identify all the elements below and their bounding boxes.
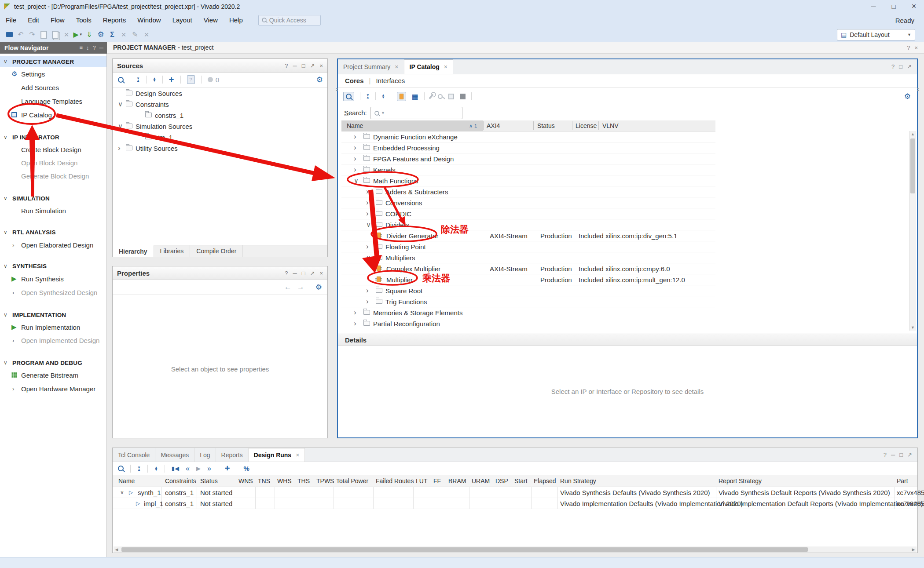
sidebar-item-open-elaborated-design[interactable]: › Open Elaborated Design [0, 240, 107, 250]
tree-row-design-sources[interactable]: Design Sources [113, 87, 327, 98]
sidebar-section-project-manager[interactable]: ∨ PROJECT MANAGER [0, 56, 107, 67]
chevron-right-icon[interactable] [354, 143, 356, 152]
menu-reports[interactable]: Reports [97, 16, 132, 24]
close-panel-icon[interactable] [319, 62, 323, 69]
minimize-panel-icon[interactable] [293, 62, 297, 69]
sidebar-item-generate-bitstream[interactable]: Generate Bitstream [0, 370, 107, 380]
expand-all-icon[interactable]: ▲▼ [154, 466, 158, 471]
column-vlnv[interactable]: VLNV [602, 122, 619, 129]
settings-gear-icon[interactable]: ⚙ [95, 29, 106, 40]
ip-tree-row[interactable]: CORDIC [341, 208, 715, 219]
ip-tree-row[interactable]: Floating Point [341, 241, 715, 252]
column-whs[interactable]: WHS [277, 477, 292, 484]
chevron-right-icon[interactable] [366, 242, 369, 251]
menu-layout[interactable]: Layout [167, 16, 198, 24]
expand-all-icon[interactable]: ▲▼ [381, 94, 385, 98]
column-name[interactable]: Name [118, 477, 135, 484]
chevron-right-icon[interactable] [366, 198, 369, 207]
expand-collapse-icon[interactable]: ↕ [86, 44, 89, 51]
copy-icon[interactable] [38, 29, 49, 40]
tab-libraries[interactable]: Libraries [154, 245, 191, 257]
view-interfaces[interactable]: Interfaces [376, 77, 405, 84]
ip-tree-row-multiplier[interactable]: Multiplier Production Included xilinx.co… [341, 274, 715, 285]
tab-hierarchy[interactable]: Hierarchy [113, 245, 154, 257]
ip-tree-row[interactable]: Conversions [341, 197, 715, 208]
help-icon[interactable] [884, 451, 887, 458]
chevron-down-icon[interactable] [366, 254, 371, 262]
menu-view[interactable]: View [198, 16, 224, 24]
chevron-right-icon[interactable] [354, 165, 356, 174]
column-tpws[interactable]: TPWS [316, 477, 334, 484]
percent-icon[interactable]: % [244, 465, 249, 472]
sigma-report-icon[interactable]: Σ [106, 29, 118, 40]
float-panel-icon[interactable] [907, 63, 912, 70]
step-icon[interactable]: ⇓ [84, 29, 95, 40]
tree-row-constraints[interactable]: ∨ Constraints [113, 98, 327, 109]
column-failed-routes[interactable]: Failed Routes [376, 477, 414, 484]
scroll-down-icon[interactable]: ▼ [909, 324, 916, 331]
window-close-button[interactable] [904, 0, 924, 13]
tree-row-utility-sources[interactable]: Utility Sources [113, 142, 327, 153]
ip-tree-row-math-functions[interactable]: Math Functions [341, 175, 715, 186]
chevron-down-icon[interactable] [354, 177, 359, 185]
chevron-right-icon[interactable]: › [12, 386, 14, 392]
ip-tree-row[interactable]: Adders & Subtracters [341, 186, 715, 197]
minimize-panel-icon[interactable]: ─ [99, 44, 103, 51]
column-uram[interactable]: URAM [472, 477, 490, 484]
ip-tree-row-dividers[interactable]: Dividers [341, 219, 715, 230]
close-tab-icon[interactable]: × [296, 451, 299, 459]
sidebar-item-open-hardware-manager[interactable]: › Open Hardware Manager [0, 383, 107, 394]
sidebar-item-settings[interactable]: ⚙ Settings [0, 69, 107, 79]
help-icon[interactable]: ? [93, 44, 96, 51]
tab-project-summary[interactable]: Project Summary × [338, 59, 404, 74]
menu-edit[interactable]: Edit [22, 16, 45, 24]
redo-icon[interactable]: ↷ [26, 29, 38, 40]
chevron-right-icon[interactable] [366, 297, 369, 306]
create-run-icon[interactable]: + [225, 463, 230, 473]
column-elapsed[interactable]: Elapsed [534, 477, 556, 484]
menu-window[interactable]: Window [132, 16, 166, 24]
ip-tree-row[interactable]: Trig Functions [341, 296, 715, 307]
horizontal-scrollbar[interactable]: ◀ ▶ [114, 546, 917, 553]
tree-row-constrs-1[interactable]: constrs_1 [113, 109, 327, 120]
expand-all-icon[interactable]: ▲▼ [153, 77, 156, 82]
scroll-left-icon[interactable]: ◀ [114, 546, 120, 553]
ip-search-input[interactable]: ▼ [370, 107, 462, 119]
chevron-down-icon[interactable]: ∨ [118, 100, 123, 108]
chevron-right-icon[interactable] [354, 308, 356, 317]
column-name[interactable]: Name [347, 122, 363, 129]
column-lut[interactable]: LUT [416, 477, 427, 484]
collapse-all-icon[interactable]: ▼▲ [136, 77, 140, 82]
menu-flow[interactable]: Flow [45, 16, 70, 24]
column-status[interactable]: Status [200, 477, 218, 484]
window-maximize-button[interactable] [884, 0, 904, 13]
maximize-panel-icon[interactable] [302, 62, 305, 69]
maximize-panel-icon[interactable] [899, 63, 902, 70]
float-panel-icon[interactable] [310, 270, 315, 277]
ip-tree-row-divider-generator[interactable]: Divider Generator AXI4-Stream Production… [341, 230, 715, 241]
open-folder-icon[interactable] [4, 29, 15, 40]
ip-filter-icon[interactable] [397, 92, 406, 101]
sidebar-item-create-block-design[interactable]: Create Block Design [0, 144, 107, 155]
scroll-right-icon[interactable]: ▶ [910, 546, 917, 553]
close-tab-icon[interactable]: × [395, 63, 398, 70]
layout-selector[interactable]: ▤ Default Layout ▼ [837, 29, 915, 40]
tab-ip-catalog[interactable]: IP Catalog × [404, 59, 453, 74]
run-icon[interactable]: ▶▼ [72, 29, 84, 40]
tree-row-sim-1[interactable]: sim_1 [113, 131, 327, 142]
sidebar-section-ip-integrator[interactable]: ∨ IP INTEGRATOR [0, 132, 107, 142]
maximize-panel-icon[interactable] [302, 270, 305, 277]
float-panel-icon[interactable] [907, 451, 912, 458]
sidebar-item-run-synthesis[interactable]: ▶ Run Synthesis [0, 273, 107, 284]
tab-log[interactable]: Log [194, 448, 216, 462]
column-license[interactable]: License [576, 122, 597, 129]
chevron-right-icon[interactable] [366, 286, 369, 295]
sidebar-item-run-implementation[interactable]: ▶ Run Implementation [0, 322, 107, 332]
gear-icon[interactable]: ⚙ [316, 75, 323, 84]
sidebar-section-rtl-analysis[interactable]: ∨ RTL ANALYSIS [0, 227, 107, 237]
close-tab-icon[interactable]: × [444, 63, 447, 70]
tab-messages[interactable]: Messages [155, 448, 194, 462]
tab-design-runs[interactable]: Design Runs × [249, 448, 305, 462]
help-icon[interactable] [285, 62, 288, 69]
sidebar-section-synthesis[interactable]: ∨ SYNTHESIS [0, 261, 107, 271]
